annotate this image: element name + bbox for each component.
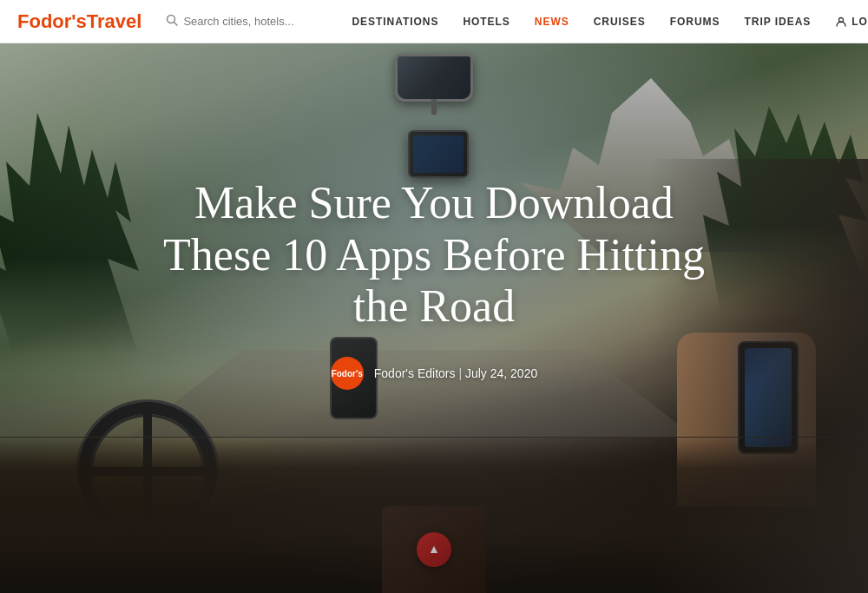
nav-item-forums[interactable]: FORUMS bbox=[658, 16, 733, 28]
login-label: LOGIN bbox=[852, 16, 868, 28]
author-avatar: Fodor's bbox=[331, 357, 364, 390]
main-nav: DESTINATIONS HOTELS NEWS CRUISES FORUMS … bbox=[339, 16, 868, 28]
hero-title: Make Sure You Download These 10 Apps Bef… bbox=[139, 177, 729, 333]
nav-item-news[interactable]: NEWS bbox=[523, 16, 582, 28]
hero-section: Make Sure You Download These 10 Apps Bef… bbox=[0, 43, 868, 593]
hero-content: Make Sure You Download These 10 Apps Bef… bbox=[0, 43, 868, 593]
logo-fodors: Fodor's bbox=[17, 10, 87, 32]
site-logo[interactable]: Fodor'sTravel bbox=[17, 10, 141, 33]
header: Fodor'sTravel DESTINATIONS HOTELS NEWS C… bbox=[0, 0, 868, 43]
nav-item-cruises[interactable]: CRUISES bbox=[582, 16, 658, 28]
nav-item-hotels[interactable]: HOTELS bbox=[450, 16, 522, 28]
nav-item-destinations[interactable]: DESTINATIONS bbox=[339, 16, 450, 28]
author-name: Fodor's Editors | July 24, 2020 bbox=[374, 366, 537, 380]
author-avatar-text: Fodor's bbox=[332, 369, 363, 379]
logo-travel: Travel bbox=[87, 10, 142, 32]
svg-line-1 bbox=[174, 22, 178, 25]
search-input[interactable] bbox=[183, 15, 322, 28]
search-container bbox=[166, 14, 322, 30]
search-icon bbox=[166, 14, 178, 30]
login-button[interactable]: LOGIN bbox=[823, 16, 868, 28]
hero-byline: Fodor's Fodor's Editors | July 24, 2020 bbox=[331, 357, 537, 390]
nav-item-trip-ideas[interactable]: TRIP IDEAS bbox=[733, 16, 824, 28]
